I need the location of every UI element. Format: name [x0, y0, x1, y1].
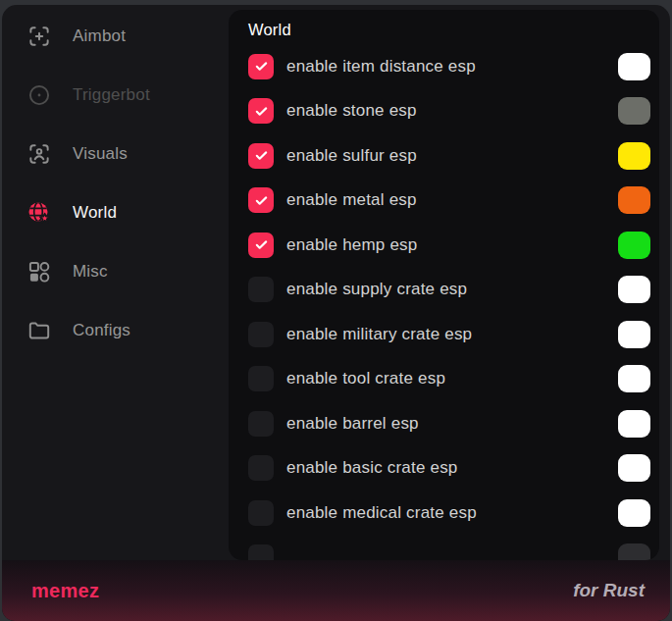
sidebar-item-aimbot[interactable]: Aimbot	[2, 7, 229, 66]
panel-title: World	[248, 21, 659, 39]
checkbox[interactable]	[248, 500, 274, 526]
esp-row: enable barrel esp	[229, 401, 659, 446]
esp-row	[229, 536, 659, 561]
esp-row: enable item distance esp	[229, 44, 659, 89]
sidebar-item-label: World	[73, 203, 117, 223]
esp-row: enable sulfur esp	[229, 133, 659, 179]
color-swatch[interactable]	[618, 410, 650, 438]
checkbox[interactable]	[248, 411, 274, 437]
color-swatch[interactable]	[618, 142, 650, 170]
footer-bar: memez for Rust	[2, 560, 670, 621]
checkbox[interactable]	[248, 143, 274, 169]
esp-option-label: enable military crate esp	[286, 325, 472, 344]
checkbox[interactable]	[248, 187, 274, 213]
misc-icon	[26, 259, 52, 285]
color-swatch[interactable]	[618, 97, 650, 125]
esp-option-label: enable hemp esp	[286, 235, 417, 255]
checkbox[interactable]	[248, 233, 274, 258]
checkbox[interactable]	[248, 98, 274, 124]
esp-row: enable stone esp	[229, 89, 659, 134]
esp-row: enable supply crate esp	[229, 268, 659, 313]
color-swatch[interactable]	[618, 499, 650, 527]
esp-option-label: enable medical crate esp	[286, 503, 477, 523]
color-swatch[interactable]	[618, 276, 650, 303]
sidebar-item-world[interactable]: World	[2, 183, 229, 242]
esp-row: enable tool crate esp	[229, 357, 659, 402]
world-icon	[26, 200, 52, 226]
brand-name: memez	[31, 580, 99, 602]
esp-option-label: enable metal esp	[286, 190, 417, 210]
esp-row: enable hemp esp	[229, 223, 659, 268]
esp-option-label: enable supply crate esp	[286, 280, 467, 299]
esp-row: enable basic crate esp	[229, 446, 659, 492]
color-swatch[interactable]	[618, 321, 650, 348]
checkbox[interactable]	[248, 455, 274, 481]
sidebar-item-label: Triggerbot	[73, 85, 150, 105]
sidebar-item-label: Visuals	[73, 144, 128, 164]
sidebar-item-label: Aimbot	[73, 26, 126, 46]
color-swatch[interactable]	[618, 543, 650, 560]
color-swatch[interactable]	[618, 454, 650, 482]
esp-option-label: enable tool crate esp	[286, 369, 445, 388]
checkbox[interactable]	[248, 277, 274, 302]
sidebar-item-configs[interactable]: Configs	[2, 301, 229, 360]
checkbox[interactable]	[248, 322, 274, 347]
checkbox[interactable]	[248, 366, 274, 391]
esp-row-list: enable item distance esp enable stone es…	[229, 44, 659, 560]
color-swatch[interactable]	[618, 365, 650, 392]
sidebar-item-label: Configs	[73, 321, 130, 340]
esp-option-label: enable sulfur esp	[286, 146, 417, 166]
esp-option-label: enable basic crate esp	[286, 458, 458, 478]
esp-option-label: enable barrel esp	[286, 414, 419, 434]
esp-row: enable military crate esp	[229, 312, 659, 357]
aimbot-icon	[26, 24, 52, 49]
esp-row: enable medical crate esp	[229, 491, 659, 536]
cheat-menu-window: Aimbot Triggerbot	[2, 5, 670, 621]
visuals-icon	[26, 141, 52, 167]
color-swatch[interactable]	[618, 186, 650, 214]
sidebar-item-visuals[interactable]: Visuals	[2, 125, 229, 183]
sidebar-item-misc[interactable]: Misc	[2, 242, 229, 301]
product-name: for Rust	[573, 580, 645, 601]
sidebar-item-triggerbot[interactable]: Triggerbot	[2, 66, 229, 125]
configs-icon	[26, 318, 52, 343]
world-settings-panel: World enable item distance esp enable st…	[229, 10, 659, 560]
sidebar-item-label: Misc	[73, 262, 108, 282]
esp-option-label: enable stone esp	[286, 101, 417, 121]
color-swatch[interactable]	[618, 53, 650, 80]
checkbox[interactable]	[248, 544, 274, 560]
esp-option-label: enable item distance esp	[286, 57, 476, 77]
sidebar: Aimbot Triggerbot	[2, 5, 229, 560]
esp-row: enable metal esp	[229, 179, 659, 224]
color-swatch[interactable]	[618, 232, 650, 259]
checkbox[interactable]	[248, 54, 274, 79]
triggerbot-icon	[26, 82, 52, 108]
